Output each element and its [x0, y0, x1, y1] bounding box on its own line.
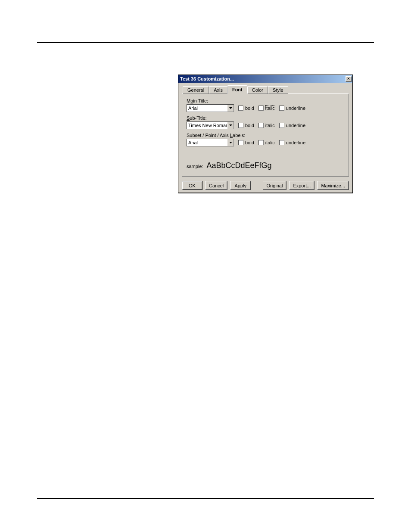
main-title-group: Main Title: Arial bold italic underline	[187, 98, 344, 112]
labels-bold-check[interactable]: bold	[238, 140, 254, 145]
labels-italic-check[interactable]: italic	[258, 140, 275, 145]
chevron-down-icon[interactable]	[227, 105, 234, 112]
svg-marker-2	[229, 142, 232, 143]
checkbox-icon	[279, 106, 284, 111]
main-title-underline-check[interactable]: underline	[279, 106, 305, 111]
ok-button[interactable]: OK	[182, 181, 202, 190]
tab-axis-label: Axis	[214, 87, 223, 93]
labels-font-value: Arial	[187, 140, 227, 145]
checkbox-icon	[238, 140, 243, 145]
close-icon: ×	[347, 76, 350, 81]
chevron-down-icon[interactable]	[227, 122, 234, 129]
main-title-font-value: Arial	[187, 106, 227, 111]
maximize-button[interactable]: Maximize...	[317, 181, 349, 190]
sub-title-font-value: Times New Roman	[187, 123, 227, 128]
tab-axis[interactable]: Axis	[209, 86, 227, 94]
sub-title-italic-check[interactable]: italic	[258, 123, 275, 128]
sample-label: sample:	[187, 164, 203, 169]
tab-color-label: Color	[252, 87, 263, 93]
main-title-bold-check[interactable]: bold	[238, 106, 254, 111]
checkbox-icon	[279, 140, 284, 145]
tab-color[interactable]: Color	[247, 86, 268, 94]
tab-general[interactable]: General	[183, 86, 209, 94]
checkbox-icon	[258, 106, 264, 111]
apply-button[interactable]: Apply	[230, 181, 251, 190]
labels-underline-check[interactable]: underline	[279, 140, 305, 145]
main-title-label: Main Title:	[187, 98, 344, 103]
tab-font-label: Font	[232, 87, 243, 92]
original-button[interactable]: Original	[263, 181, 287, 190]
checkbox-icon	[258, 123, 264, 128]
tab-font[interactable]: Font	[227, 85, 247, 94]
tab-general-label: General	[187, 87, 204, 93]
cancel-button[interactable]: Cancel	[205, 181, 227, 190]
titlebar[interactable]: Test 36 Customization... ×	[178, 75, 352, 83]
sub-title-label: Sub-Title:	[187, 115, 344, 121]
tab-style-label: Style	[273, 87, 283, 93]
labels-font-combo[interactable]: Arial	[187, 139, 234, 146]
checkbox-icon	[279, 123, 284, 128]
svg-marker-0	[229, 107, 232, 109]
main-title-font-combo[interactable]: Arial	[187, 104, 234, 112]
checkbox-icon	[258, 140, 264, 145]
labels-label: Subset / Point / Axis Labels:	[187, 133, 344, 138]
checkbox-icon	[238, 106, 243, 111]
button-row: OK Cancel Apply Original Export... Maxim…	[182, 177, 349, 190]
checkbox-icon	[238, 123, 243, 128]
sample-row: sample: AaBbCcDdEeFfGg	[187, 161, 344, 170]
main-title-italic-check[interactable]: italic	[258, 106, 275, 111]
page-top-rule	[37, 42, 374, 43]
font-panel: Main Title: Arial bold italic underline	[182, 93, 349, 177]
customization-dialog: Test 36 Customization... × General Axis …	[178, 75, 353, 193]
sub-title-group: Sub-Title: Times New Roman bold italic u…	[187, 115, 344, 129]
dialog-body: General Axis Font Color Style Main Title…	[178, 83, 352, 193]
export-button[interactable]: Export...	[289, 181, 314, 190]
tab-style[interactable]: Style	[268, 86, 288, 94]
sub-title-underline-check[interactable]: underline	[279, 123, 305, 128]
sub-title-font-combo[interactable]: Times New Roman	[187, 121, 234, 129]
labels-group: Subset / Point / Axis Labels: Arial bold…	[187, 133, 344, 146]
titlebar-text: Test 36 Customization...	[180, 76, 234, 81]
close-button[interactable]: ×	[346, 76, 352, 82]
tab-strip: General Axis Font Color Style	[182, 86, 349, 94]
spacer	[253, 181, 260, 190]
sub-title-bold-check[interactable]: bold	[238, 123, 254, 128]
sample-text: AaBbCcDdEeFfGg	[207, 161, 272, 170]
svg-marker-1	[229, 124, 232, 126]
chevron-down-icon[interactable]	[227, 139, 234, 146]
page-bottom-rule	[37, 498, 374, 499]
